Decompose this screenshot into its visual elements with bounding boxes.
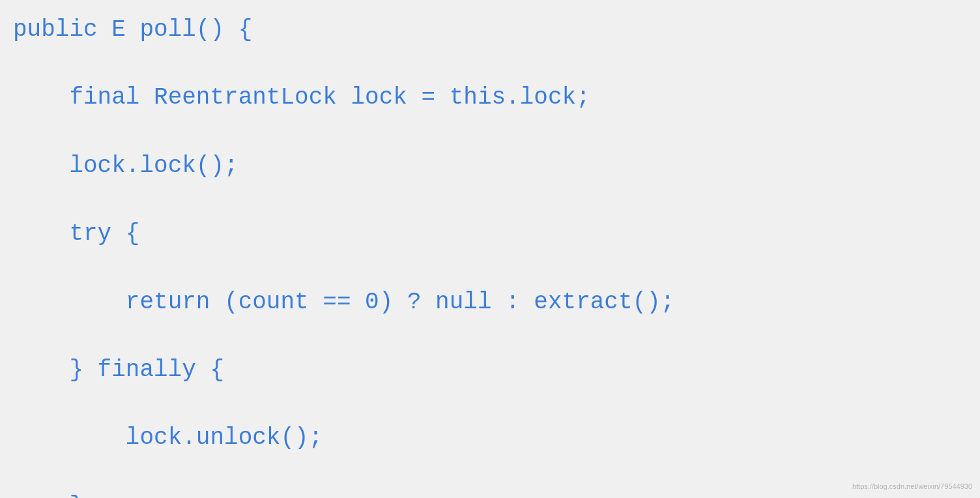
code-line-2: final ReentrantLock lock = this.lock; <box>13 81 967 115</box>
code-line-1: public E poll() { <box>13 13 967 47</box>
code-line-8: } <box>13 490 967 498</box>
code-line-4: try { <box>13 217 967 251</box>
code-line-5: return (count == 0) ? null : extract(); <box>13 286 967 319</box>
code-line-blank-6 <box>13 387 967 421</box>
watermark: https://blog.csdn.net/weixin/79544930 <box>852 482 972 490</box>
code-line-6: } finally { <box>13 353 967 387</box>
code-line-3: lock.lock(); <box>13 149 967 183</box>
code-block: public E poll() { final ReentrantLock lo… <box>13 13 967 498</box>
code-line-blank-7 <box>13 455 967 489</box>
code-line-blank-3 <box>13 183 967 217</box>
code-line-blank-2 <box>13 115 967 149</box>
code-line-blank-1 <box>13 47 967 81</box>
code-line-blank-5 <box>13 319 967 353</box>
code-line-7: lock.unlock(); <box>13 421 967 455</box>
code-container: public E poll() { final ReentrantLock lo… <box>0 0 980 498</box>
code-line-blank-4 <box>13 251 967 285</box>
